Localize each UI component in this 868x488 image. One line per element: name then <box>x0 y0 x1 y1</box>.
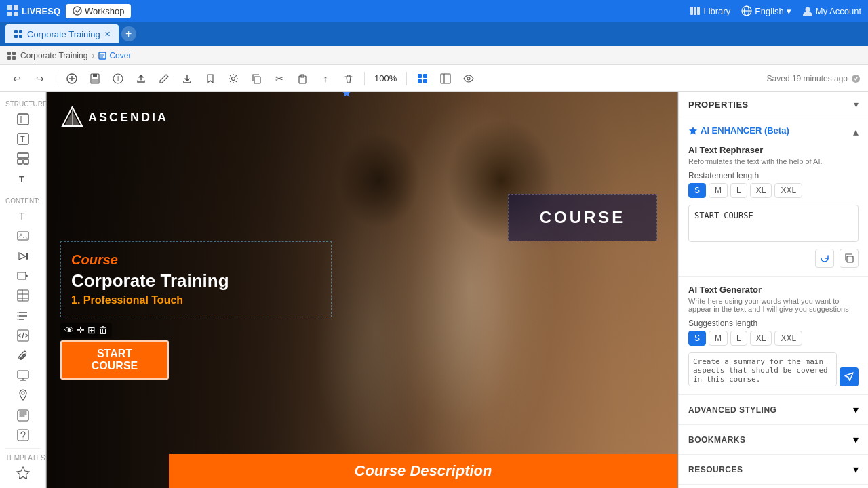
copy-button[interactable] <box>246 68 267 89</box>
svg-rect-28 <box>254 77 260 83</box>
svg-rect-1 <box>14 5 18 10</box>
sidebar-layout-button[interactable] <box>7 150 39 167</box>
rephraser-refresh-button[interactable] <box>815 249 834 268</box>
sidebar-quiz-button[interactable] <box>7 427 39 444</box>
save-button[interactable] <box>85 68 105 89</box>
resources-section[interactable]: RESOURCES ▾ <box>679 455 868 485</box>
svg-text:T: T <box>19 211 25 222</box>
workshop-button[interactable]: Workshop <box>66 4 131 18</box>
redo-button[interactable]: ↪ <box>30 68 50 89</box>
restatement-label: Restatement length <box>688 171 859 180</box>
panel-view-button[interactable] <box>435 68 456 89</box>
sidebar-text-content-button[interactable]: T <box>7 207 39 224</box>
svg-rect-0 <box>7 5 12 10</box>
properties-title: PROPERTIES <box>688 100 749 110</box>
edit-button[interactable] <box>154 68 174 89</box>
size-m-rephraser[interactable]: M <box>709 183 728 198</box>
upload-button[interactable] <box>131 68 151 89</box>
sidebar-template-button[interactable] <box>7 464 39 481</box>
generator-textarea[interactable]: Create a summary for the main aspects th… <box>688 352 837 386</box>
sidebar-video-button[interactable] <box>7 267 39 284</box>
size-s-rephraser[interactable]: S <box>688 183 706 198</box>
undo-button[interactable]: ↩ <box>7 68 27 89</box>
sidebar-cover-button[interactable] <box>7 110 39 127</box>
align-icon[interactable]: ⊞ <box>87 325 96 336</box>
sidebar-audio-button[interactable] <box>7 247 39 264</box>
svg-rect-2 <box>7 12 12 16</box>
library-nav-item[interactable]: Library <box>690 5 730 16</box>
download-button[interactable] <box>177 68 197 89</box>
rephraser-textarea[interactable]: START COURSE <box>688 205 859 242</box>
info-button[interactable]: i <box>108 68 128 89</box>
star-icon: ★ <box>341 92 352 100</box>
preview-button[interactable] <box>458 68 479 89</box>
slide-canvas: ASCENDIA ★ Course Corporate Training 1. … <box>47 92 677 488</box>
ai-enhancer-collapse[interactable]: ▴ <box>853 125 859 138</box>
svg-rect-17 <box>12 52 16 55</box>
properties-collapse-button[interactable]: ▾ <box>854 99 859 110</box>
sidebar-text-button[interactable]: T <box>7 130 39 147</box>
zoom-level: 100% <box>370 73 401 83</box>
svg-rect-37 <box>18 114 28 125</box>
language-selector[interactable]: English ▾ <box>741 5 791 16</box>
advanced-styling-section[interactable]: ADVANCED STYLING ▾ <box>679 395 868 425</box>
svg-text:i: i <box>117 75 119 83</box>
grid-view-button[interactable] <box>412 68 433 89</box>
eye-icon[interactable]: 👁 <box>64 325 74 336</box>
svg-marker-48 <box>19 253 26 260</box>
start-course-button[interactable]: START COURSE <box>60 340 169 380</box>
size-xl-rephraser[interactable]: XL <box>750 183 772 198</box>
toolbar: ↩ ↪ i <box>0 65 868 92</box>
trash-icon[interactable]: 🗑 <box>98 325 108 336</box>
generator-send-button[interactable] <box>840 367 859 386</box>
svg-text:T: T <box>19 174 24 184</box>
svg-rect-16 <box>7 52 11 55</box>
settings-button[interactable] <box>223 68 243 89</box>
course-box-text: COURSE <box>522 208 643 227</box>
size-l-rephraser[interactable]: L <box>730 183 747 198</box>
sidebar-image-button[interactable] <box>7 228 39 245</box>
svg-point-27 <box>232 77 235 80</box>
svg-marker-75 <box>689 127 697 135</box>
cut-button[interactable]: ✂ <box>269 68 290 89</box>
svg-point-67 <box>22 392 24 394</box>
bookmarks-section[interactable]: BOOKMARKS ▾ <box>679 425 868 455</box>
svg-rect-18 <box>7 56 11 60</box>
sidebar-text2-button[interactable]: T <box>7 170 39 187</box>
paste-button[interactable] <box>292 68 313 89</box>
delete-button[interactable] <box>338 68 359 89</box>
rephraser-actions <box>688 249 859 268</box>
sidebar-map-button[interactable] <box>7 387 39 404</box>
sidebar-slide-button[interactable] <box>7 367 39 384</box>
sidebar-embed-button[interactable] <box>7 327 39 344</box>
size-l-generator[interactable]: L <box>730 331 747 346</box>
sidebar-table-button[interactable] <box>7 287 39 304</box>
breadcrumb-cover-link[interactable]: Cover <box>98 51 131 60</box>
size-xxl-rephraser[interactable]: XXL <box>774 183 802 198</box>
course-label: Course <box>71 252 321 268</box>
svg-marker-71 <box>17 467 29 479</box>
add-element-button[interactable] <box>62 68 82 89</box>
generator-subtitle: Write here using your words what you wan… <box>688 297 859 313</box>
close-tab-icon[interactable]: ✕ <box>104 30 111 39</box>
svg-rect-50 <box>18 272 26 279</box>
move-up-button[interactable]: ↑ <box>315 68 336 89</box>
tab-corporate-training[interactable]: Corporate Training ✕ <box>5 24 119 43</box>
size-xl-generator[interactable]: XL <box>750 331 772 346</box>
account-nav-item[interactable]: My Account <box>802 5 861 16</box>
sidebar-list-button[interactable] <box>7 307 39 324</box>
size-m-generator[interactable]: M <box>709 331 728 346</box>
rephraser-copy-button[interactable] <box>840 249 859 268</box>
bookmark-button[interactable] <box>200 68 220 89</box>
sidebar-attachment-button[interactable] <box>7 347 39 364</box>
size-xxl-generator[interactable]: XXL <box>774 331 802 346</box>
add-tab-button[interactable]: + <box>121 26 136 41</box>
app-logo: LIVRESQ <box>7 5 60 17</box>
svg-rect-30 <box>418 74 422 78</box>
svg-rect-5 <box>690 7 693 15</box>
svg-rect-14 <box>14 35 18 38</box>
svg-marker-51 <box>26 274 28 277</box>
size-s-generator[interactable]: S <box>688 331 706 346</box>
sidebar-knowledge-button[interactable] <box>7 407 39 424</box>
move-icon[interactable]: ✛ <box>77 325 85 336</box>
